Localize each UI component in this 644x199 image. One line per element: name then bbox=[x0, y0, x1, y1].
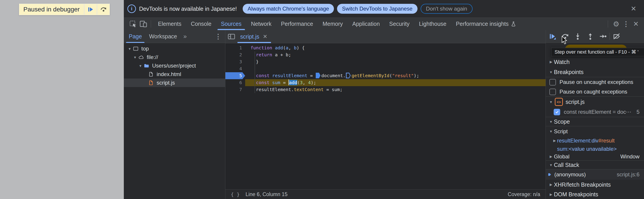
breakpoint-file-group[interactable]: ▼ <> script.js bbox=[546, 97, 644, 107]
section-xhr-breakpoints[interactable]: ▶ XHR/fetch Breakpoints bbox=[546, 180, 644, 190]
debugger-toolbar bbox=[546, 30, 644, 43]
gutter-line-1[interactable]: 1 bbox=[226, 44, 245, 51]
scope-var-resultelement[interactable]: ▶ resultElement: div#result bbox=[546, 136, 644, 145]
tab-lighthouse[interactable]: Lighthouse bbox=[414, 18, 451, 30]
chevron-down-icon: ▼ bbox=[548, 129, 554, 133]
devtools-window: Paused in debugger i DevTools is now ava… bbox=[0, 0, 644, 199]
current-frame-arrow-icon bbox=[547, 172, 552, 177]
tab-console[interactable]: Console bbox=[186, 18, 216, 30]
notification-close-icon[interactable]: ✕ bbox=[631, 5, 636, 12]
check-icon bbox=[555, 110, 559, 114]
section-dom-breakpoints[interactable]: ▶ DOM Breakpoints bbox=[546, 190, 644, 199]
section-call-stack[interactable]: ▼ Call Stack bbox=[546, 161, 644, 169]
device-toolbar-icon bbox=[139, 20, 148, 28]
pause-caught-exceptions-row[interactable]: Pause on caught exceptions bbox=[546, 87, 644, 97]
chevron-down-icon: ▼ bbox=[548, 163, 554, 167]
toggle-navigator-button[interactable] bbox=[226, 30, 238, 43]
tab-elements[interactable]: Elements bbox=[153, 18, 186, 30]
gutter-line-4[interactable]: 4 bbox=[226, 65, 245, 72]
breakpoint-checkbox[interactable] bbox=[554, 109, 560, 115]
tab-close-icon[interactable]: ✕ bbox=[263, 33, 268, 40]
code-line-4[interactable] bbox=[249, 65, 546, 72]
panel-collapse-icon bbox=[228, 33, 235, 40]
banner-step-over-button[interactable] bbox=[97, 4, 110, 15]
resume-icon bbox=[87, 6, 94, 13]
step-into-button[interactable] bbox=[572, 30, 584, 43]
gutter-line-2[interactable]: 2 bbox=[226, 51, 245, 58]
script-file-icon: <> bbox=[555, 98, 563, 106]
global-value: Window bbox=[620, 154, 644, 160]
tab-network[interactable]: Network bbox=[246, 18, 276, 30]
navigator-more-icon[interactable]: ⋮ bbox=[215, 33, 222, 40]
switch-devtools-japanese-button[interactable]: Switch DevTools to Japanese bbox=[337, 4, 418, 14]
step-over-icon bbox=[100, 6, 107, 13]
section-breakpoints[interactable]: ▼ Breakpoints bbox=[546, 67, 644, 77]
inline-breakpoint-candidate bbox=[346, 73, 350, 78]
banner-resume-button[interactable] bbox=[84, 4, 96, 15]
devtools-close-icon[interactable]: ✕ bbox=[631, 21, 641, 27]
gutter-line-6[interactable]: 6 bbox=[226, 79, 245, 86]
gutter-line-7[interactable]: 7 bbox=[226, 86, 245, 93]
info-icon: i bbox=[128, 4, 136, 13]
code-line-7[interactable]: resultElement.textContent = sum; bbox=[249, 86, 546, 93]
breakpoint-entry[interactable]: const resultElement = doc⋯ 5 bbox=[546, 107, 644, 117]
tree-item-script-js[interactable]: script.js bbox=[124, 78, 225, 87]
gutter-line-5[interactable]: 5 bbox=[226, 72, 245, 79]
code-lines[interactable]: function add(a, b) { return a + b; } con… bbox=[249, 43, 546, 189]
section-scope[interactable]: ▼ Scope bbox=[546, 117, 644, 126]
tab-overflow-icon[interactable]: » bbox=[181, 33, 190, 40]
resume-script-button[interactable] bbox=[546, 30, 559, 43]
settings-gear-icon[interactable]: ⚙ bbox=[611, 20, 621, 28]
scope-script-group[interactable]: ▼ Script bbox=[546, 126, 644, 136]
tab-page[interactable]: Page bbox=[125, 30, 146, 43]
tab-security[interactable]: Security bbox=[384, 18, 414, 30]
file-js-icon bbox=[148, 80, 154, 86]
chevron-right-icon: ▶ bbox=[548, 193, 554, 197]
code-line-2[interactable]: return a + b; bbox=[249, 51, 546, 58]
code-line-5[interactable]: const resultElement = document.getElemen… bbox=[249, 72, 546, 79]
tree-item-project-folder[interactable]: ▼ Users/user/project bbox=[124, 61, 225, 70]
call-stack-frame[interactable]: (anonymous) script.js:6 bbox=[546, 169, 644, 180]
code-line-3[interactable]: } bbox=[249, 58, 546, 65]
navigator-tabbar: Page Workspace » ⋮ bbox=[124, 30, 225, 43]
scope-global-group[interactable]: ▶ Global Window bbox=[546, 153, 644, 161]
paused-banner-label: Paused in debugger bbox=[19, 6, 84, 13]
code-line-1[interactable]: function add(a, b) { bbox=[249, 44, 546, 51]
step-button[interactable] bbox=[596, 30, 609, 43]
chevron-down-icon: ▼ bbox=[138, 64, 143, 68]
tree-item-index-html[interactable]: index.html bbox=[124, 70, 225, 78]
cursor-position[interactable]: Line 6, Column 15 bbox=[246, 191, 288, 198]
chevron-right-icon: ▶ bbox=[552, 139, 557, 143]
tab-sources[interactable]: Sources bbox=[216, 18, 246, 30]
tab-performance-insights[interactable]: Performance insights bbox=[451, 18, 521, 30]
text-caret bbox=[288, 79, 289, 85]
deactivate-breakpoints-button[interactable] bbox=[610, 30, 623, 43]
code-line-6[interactable]: const sum = add(3, 4); bbox=[249, 79, 546, 86]
pretty-print-icon[interactable]: { } bbox=[231, 192, 240, 197]
chevron-down-icon: ▼ bbox=[548, 120, 554, 124]
dont-show-again-button[interactable]: Don't show again bbox=[421, 4, 472, 14]
experiment-flask-icon bbox=[510, 21, 516, 27]
pause-uncaught-checkbox[interactable] bbox=[550, 79, 556, 85]
editor-gutter: 1234567 bbox=[226, 43, 245, 189]
device-toolbar-button[interactable] bbox=[138, 18, 148, 30]
inspect-element-button[interactable] bbox=[128, 18, 138, 30]
pause-uncaught-exceptions-row[interactable]: Pause on uncaught exceptions bbox=[546, 77, 644, 87]
paused-in-debugger-banner: Paused in debugger bbox=[19, 3, 110, 15]
tab-workspace[interactable]: Workspace bbox=[146, 30, 181, 43]
tree-item-top[interactable]: ▼ top bbox=[124, 44, 225, 53]
gutter-line-3[interactable]: 3 bbox=[226, 58, 245, 65]
tree-item-file-protocol[interactable]: ▼ file:// bbox=[124, 53, 225, 61]
step-over-button[interactable] bbox=[559, 30, 572, 43]
pause-caught-checkbox[interactable] bbox=[550, 89, 556, 95]
editor-tab-script-js[interactable]: script.js ✕ bbox=[238, 30, 271, 43]
step-out-button[interactable] bbox=[584, 30, 596, 43]
tab-memory[interactable]: Memory bbox=[318, 18, 348, 30]
tab-application[interactable]: Application bbox=[348, 18, 384, 30]
tab-performance[interactable]: Performance bbox=[276, 18, 318, 30]
more-options-icon[interactable]: ⋮ bbox=[621, 21, 631, 27]
match-chrome-language-button[interactable]: Always match Chrome's language bbox=[243, 4, 334, 14]
section-watch[interactable]: ▶ Watch bbox=[546, 57, 644, 67]
scope-var-sum[interactable]: sum: <value unavailable> bbox=[546, 145, 644, 153]
folder-icon bbox=[144, 63, 150, 69]
